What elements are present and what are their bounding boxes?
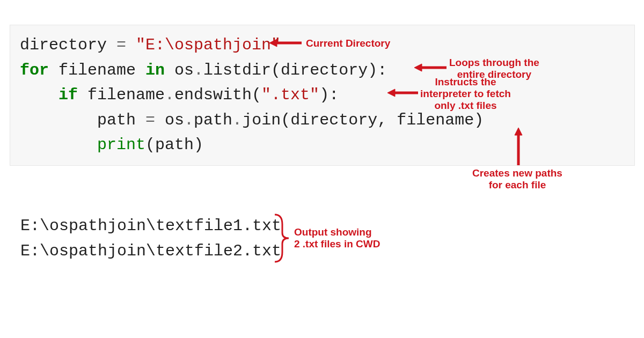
tok-var: filename <box>78 86 165 104</box>
annotation-text: Creates new paths <box>472 167 562 179</box>
annotation-creates-paths: Creates new paths for each file <box>472 167 562 191</box>
annotation-text: interpreter to fetch <box>420 88 511 99</box>
annotation-text: only .txt files <box>434 100 496 111</box>
tok-var: path <box>97 111 145 129</box>
tok-keyword: in <box>145 61 165 79</box>
annotation-text: Loops through the <box>449 57 539 68</box>
svg-marker-1 <box>269 39 277 47</box>
brace-icon <box>274 214 290 263</box>
code-line-2: for filename in os.listdir(directory): <box>20 61 387 79</box>
annotation-output-showing: Output showing 2 .txt files in CWD <box>294 226 380 250</box>
tok-call: listdir(directory): <box>203 61 387 79</box>
tok-call: join(directory, filename) <box>242 111 484 129</box>
tok-close: ): <box>319 86 339 104</box>
annotation-text: Output showing <box>294 226 372 238</box>
tok-dot: . <box>194 61 203 79</box>
tok-keyword: if <box>58 86 78 104</box>
tok-var: path <box>194 111 232 129</box>
tok-var: directory <box>20 36 116 54</box>
code-line-3: if filename.endswith(".txt"): <box>20 86 339 104</box>
output-line-1: E:\ospathjoin\textfile1.txt <box>20 217 281 235</box>
annotation-current-directory: Current Directory <box>306 38 390 49</box>
tok-dot: . <box>184 111 194 129</box>
tok-op: = <box>116 36 126 54</box>
tok-indent <box>20 136 97 154</box>
tok-op: = <box>145 111 155 129</box>
arrow-left-icon <box>387 89 418 97</box>
tok-var: os <box>165 61 194 79</box>
svg-marker-5 <box>387 89 395 97</box>
annotation-text: 2 .txt files in CWD <box>294 238 380 249</box>
annotation-text: Instructs the <box>435 76 496 87</box>
tok-string: ".txt" <box>261 86 319 104</box>
arrow-left-icon <box>414 63 447 72</box>
tok-indent <box>20 111 97 129</box>
annotation-text: Current Directory <box>306 38 390 49</box>
svg-marker-7 <box>515 128 522 135</box>
arrow-up-icon <box>514 128 523 165</box>
svg-marker-3 <box>414 64 422 71</box>
tok-call: (path) <box>145 136 203 154</box>
code-line-1: directory = "E:\ospathjoin" <box>20 36 281 54</box>
code-content: directory = "E:\ospathjoin" for filename… <box>20 33 625 158</box>
arrow-left-icon <box>269 39 302 47</box>
code-line-4: path = os.path.join(directory, filename) <box>20 111 484 129</box>
tok-indent <box>20 86 58 104</box>
output-block: E:\ospathjoin\textfile1.txt E:\ospathjoi… <box>20 214 281 263</box>
annotation-text: for each file <box>489 179 546 190</box>
tok-string: "E:\ospathjoin" <box>136 36 281 54</box>
tok-call: endswith( <box>174 86 261 104</box>
tok-dot: . <box>165 86 174 104</box>
annotation-instructs-interpreter: Instructs the interpreter to fetch only … <box>420 76 511 112</box>
tok-space <box>126 36 136 54</box>
output-line-2: E:\ospathjoin\textfile2.txt <box>20 242 281 260</box>
output-content: E:\ospathjoin\textfile1.txt E:\ospathjoi… <box>20 214 281 263</box>
tok-keyword: for <box>20 61 49 79</box>
tok-dot: . <box>232 111 242 129</box>
code-line-5: print(path) <box>20 136 203 154</box>
tok-var: os <box>155 111 184 129</box>
tok-var: filename <box>49 61 145 79</box>
tok-func: print <box>97 136 145 154</box>
